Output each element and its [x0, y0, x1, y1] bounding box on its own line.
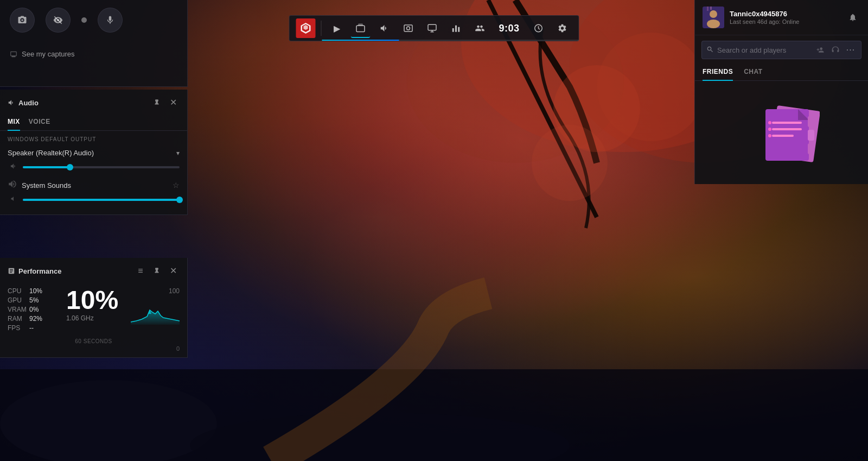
pin-icon: [153, 99, 161, 106]
performance-panel: Performance ≡ ✕ CPU 10% GPU 5% VRAM: [0, 258, 188, 358]
notification-icon: [848, 13, 857, 22]
system-sounds-section: System Sounds ☆: [0, 174, 187, 193]
headset-button[interactable]: [829, 44, 841, 56]
mix-tab[interactable]: MIX: [8, 115, 20, 131]
add-player-icon: [816, 46, 824, 54]
game-icon: [296, 18, 316, 38]
gpu-stat: GPU 5%: [8, 296, 56, 304]
search-input[interactable]: [717, 46, 810, 54]
audio-panel-header: Audio ✕: [0, 90, 187, 115]
social-panel: Tannic0x4945876 Last seen 46d ago: Onlin…: [694, 0, 868, 184]
user-name: Tannic0x4945876: [730, 10, 840, 18]
friends-empty-area: [695, 81, 868, 184]
record-icon: [53, 15, 63, 25]
svg-point-15: [21, 19, 23, 21]
timer-icon: [534, 23, 544, 33]
svg-point-19: [710, 10, 717, 18]
magnifier-icon: [706, 46, 714, 53]
svg-rect-22: [710, 7, 712, 10]
see-captures-link[interactable]: See my captures: [0, 45, 187, 64]
stats-button[interactable]: [446, 18, 466, 38]
system-volume-fill: [23, 199, 180, 201]
svg-rect-32: [808, 130, 814, 141]
settings-button[interactable]: [553, 18, 572, 38]
system-volume-slider[interactable]: [23, 199, 180, 201]
speaker-volume-row: [0, 160, 187, 174]
status-dot: [81, 17, 87, 23]
fps-label: FPS: [8, 324, 27, 332]
perf-settings-button[interactable]: ≡: [134, 264, 147, 277]
svg-rect-21: [707, 7, 709, 11]
svg-point-29: [768, 128, 771, 131]
system-volume-thumb: [176, 197, 183, 203]
volume-icon: [380, 23, 390, 33]
cpu-stat: CPU 10%: [8, 287, 56, 295]
friends-tab[interactable]: FRIENDS: [703, 65, 733, 81]
audio-title-text: Audio: [18, 99, 39, 107]
play-button[interactable]: ▶: [327, 18, 347, 38]
player-search-bar[interactable]: ···: [701, 41, 861, 59]
perf-frequency: 1.06 GHz: [66, 314, 94, 322]
perf-close-button[interactable]: ✕: [167, 264, 180, 277]
dropdown-arrow-icon: ▾: [176, 149, 180, 157]
fps-stat: FPS --: [8, 324, 56, 332]
cast-button[interactable]: [351, 18, 371, 38]
device-selector[interactable]: Speaker (Realtek(R) Audio) ▾: [0, 146, 187, 160]
fps-value: --: [29, 324, 34, 332]
progress-fill: [322, 40, 399, 41]
system-volume-row: [0, 193, 187, 206]
speaker-volume-thumb: [67, 164, 73, 170]
perf-zero-label: 0: [0, 345, 187, 352]
vram-value: 0%: [29, 306, 39, 313]
speaker-volume-fill: [23, 166, 70, 168]
audio-tabs: MIX VOICE: [0, 115, 187, 131]
perf-chart-area: 100: [125, 287, 180, 332]
social-tabs: FRIENDS CHAT: [695, 65, 868, 81]
search-icon: [706, 46, 714, 55]
perf-pin-button[interactable]: [150, 264, 163, 277]
vram-label: VRAM: [8, 306, 27, 313]
microphone-button[interactable]: [98, 8, 123, 33]
user-avatar: [703, 7, 724, 28]
favorite-button[interactable]: ☆: [173, 181, 180, 190]
svg-rect-27: [772, 135, 794, 137]
perf-time-label: 60 SECONDS: [0, 336, 187, 345]
headset-icon: [832, 46, 839, 54]
sys-vol-icon: [8, 195, 18, 204]
more-options-button[interactable]: ···: [845, 44, 857, 56]
svg-point-28: [768, 121, 771, 124]
sys-sound-icon: [8, 179, 17, 191]
system-sounds-left: System Sounds: [8, 179, 71, 191]
monitor-icon: [10, 50, 17, 58]
volume-button[interactable]: [375, 18, 394, 38]
perf-content-area: CPU 10% GPU 5% VRAM 0% RAM 92% FPS -- 10…: [0, 283, 187, 336]
audio-section-label: WINDOWS DEFAULT OUTPUT: [0, 131, 187, 146]
cpu-label: CPU: [8, 287, 27, 295]
speaker-volume-slider[interactable]: [23, 166, 180, 168]
screen-capture-button[interactable]: [399, 18, 418, 38]
voice-tab[interactable]: VOICE: [29, 115, 50, 131]
device-name-text: Speaker (Realtek(R) Audio): [8, 149, 94, 157]
svg-point-30: [768, 134, 771, 137]
audio-close-button[interactable]: ✕: [167, 96, 180, 109]
avatar-svg: [703, 7, 724, 28]
notification-button[interactable]: [845, 10, 860, 25]
notebook-graphic: [749, 97, 820, 168]
screenshot-button[interactable]: [10, 8, 35, 33]
cast-icon: [356, 23, 366, 33]
record-button[interactable]: [46, 8, 71, 33]
perf-stats-list: CPU 10% GPU 5% VRAM 0% RAM 92% FPS --: [8, 287, 56, 332]
svg-rect-25: [772, 122, 802, 124]
chat-tab[interactable]: CHAT: [744, 65, 762, 81]
display-icon: [427, 23, 437, 33]
add-player-button[interactable]: [814, 44, 826, 56]
dota2-logo-icon: [299, 22, 312, 35]
friends-button[interactable]: [470, 18, 490, 38]
timer-button[interactable]: [529, 18, 548, 38]
time-display: 9:03: [494, 23, 525, 34]
user-info: Tannic0x4945876 Last seen 46d ago: Onlin…: [730, 10, 840, 25]
display-button[interactable]: [423, 18, 442, 38]
bar-divider: [321, 21, 322, 36]
audio-pin-button[interactable]: [150, 96, 163, 109]
gpu-value: 5%: [29, 296, 39, 304]
